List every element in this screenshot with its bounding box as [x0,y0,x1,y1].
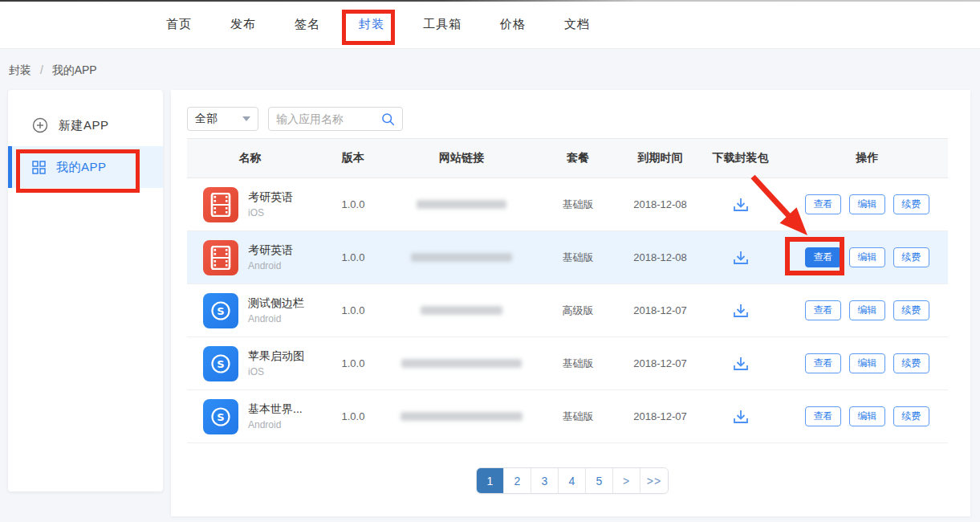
table-row: S 测试侧边栏 Android 1.0.0 高级版 2018-12-07 [187,284,948,337]
pagination: 1 2 3 4 5 > >> [476,467,669,494]
app-name: 考研英语 [248,190,293,205]
app-platform: Android [248,313,304,324]
app-name: 测试侧边栏 [248,296,304,311]
category-select-value: 全部 [195,112,218,126]
renew-button[interactable]: 续费 [893,247,929,267]
app-platform: iOS [248,207,293,218]
download-tray-icon[interactable] [732,355,750,373]
app-expiry-date: 2018-12-07 [626,357,694,369]
app-version: 1.0.0 [313,410,393,422]
nav-item-package[interactable]: 封装 [359,14,384,35]
s-browser-app-icon: S [203,293,238,328]
last-page-button[interactable]: >> [640,468,668,493]
sidebar-item-new-app[interactable]: 新建APP [8,104,163,146]
sidebar-item-new-app-label: 新建APP [59,118,109,133]
blurred-website-link [401,359,522,368]
table-row: 考研英语 iOS 1.0.0 基础版 2018-12-08 查看 编辑 续费 [187,178,948,231]
window-top-edge [0,0,980,2]
app-version: 1.0.0 [313,357,393,369]
edit-button[interactable]: 编辑 [849,406,885,426]
nav-item-package-label: 封装 [359,17,384,31]
table-row-highlighted: 考研英语 Android 1.0.0 基础版 2018-12-08 查看 编辑 … [187,231,948,284]
download-tray-icon[interactable] [732,196,750,214]
magnifier-icon[interactable] [381,112,395,126]
page-button-3[interactable]: 3 [531,468,559,493]
grid-icon [32,161,46,174]
app-name: 基本世界... [248,402,303,417]
breadcrumb: 封装 / 我的APP [9,63,97,78]
app-platform: Android [248,419,303,430]
category-select[interactable]: 全部 [187,107,258,131]
film-app-icon [203,240,238,275]
edit-button[interactable]: 编辑 [849,194,885,214]
app-package-plan: 基础版 [530,357,626,371]
download-tray-icon[interactable] [732,408,750,426]
breadcrumb-section[interactable]: 封装 [9,63,31,76]
app-expiry-date: 2018-12-07 [626,304,694,316]
view-button[interactable]: 查看 [805,353,841,373]
header-expiry: 到期时间 [626,151,694,165]
blurred-website-link [417,200,506,209]
breadcrumb-separator: / [40,63,43,76]
download-tray-icon[interactable] [732,302,750,320]
app-package-plan: 基础版 [530,198,626,212]
search-input[interactable] [276,112,371,125]
app-package-plan: 高级版 [530,304,626,318]
app-package-plan: 基础版 [530,251,626,265]
page-button-5[interactable]: 5 [586,468,613,493]
edit-button[interactable]: 编辑 [849,300,885,320]
nav-item-publish[interactable]: 发布 [230,14,256,35]
edit-button[interactable]: 编辑 [849,247,885,267]
renew-button[interactable]: 续费 [893,353,929,373]
blurred-website-link [401,412,523,421]
app-version: 1.0.0 [313,198,393,210]
app-expiry-date: 2018-12-08 [626,198,694,210]
nav-item-docs[interactable]: 文档 [564,14,590,35]
header-version: 版本 [313,151,393,165]
plus-circle-icon [32,117,48,133]
svg-text:S: S [217,411,224,423]
svg-text:S: S [217,358,224,370]
app-version: 1.0.0 [313,251,393,263]
sidebar-item-my-app[interactable]: 我的APP [8,146,163,188]
blurred-website-link [411,253,512,262]
nav-item-toolbox[interactable]: 工具箱 [423,14,462,35]
page-button-4[interactable]: 4 [559,468,586,493]
sidebar: 新建APP 我的APP [8,90,163,491]
main-panel: 全部 名称 版本 网站链接 套餐 到期时间 下载封装包 操作 [171,90,970,516]
active-tab-underline [356,41,388,43]
renew-button[interactable]: 续费 [893,406,929,426]
header-download: 下载封装包 [694,151,787,165]
app-version: 1.0.0 [313,304,393,316]
app-name: 考研英语 [248,243,293,258]
next-page-button[interactable]: > [613,468,640,493]
breadcrumb-current: 我的APP [52,63,97,76]
view-button[interactable]: 查看 [805,194,841,214]
page-button-2[interactable]: 2 [504,468,531,493]
app-expiry-date: 2018-12-07 [626,410,694,422]
table-row: S 基本世界... Android 1.0.0 基础版 2018-12-07 [187,390,948,443]
chevron-down-icon [242,116,250,121]
view-button[interactable]: 查看 [805,300,841,320]
s-browser-app-icon: S [203,399,238,434]
app-platform: iOS [248,366,304,377]
table-row: S 苹果启动图 iOS 1.0.0 基础版 2018-12-07 [187,337,948,390]
header-package: 套餐 [530,151,626,165]
top-navigation-bar: 首页 发布 签名 封装 工具箱 价格 文档 [0,0,980,49]
view-button-highlighted[interactable]: 查看 [805,247,841,267]
blurred-website-link [421,306,502,315]
download-tray-icon[interactable] [732,249,750,267]
s-browser-app-icon: S [203,346,238,381]
app-expiry-date: 2018-12-08 [626,251,694,263]
renew-button[interactable]: 续费 [893,300,929,320]
view-button[interactable]: 查看 [805,406,841,426]
edit-button[interactable]: 编辑 [849,353,885,373]
sidebar-item-my-app-label: 我的APP [56,160,107,175]
page-button-1[interactable]: 1 [477,468,504,493]
nav-item-home[interactable]: 首页 [166,14,192,35]
header-actions: 操作 [787,151,948,165]
renew-button[interactable]: 续费 [893,194,929,214]
nav-item-price[interactable]: 价格 [500,14,526,35]
nav-item-signature[interactable]: 签名 [295,14,320,35]
table-header-row: 名称 版本 网站链接 套餐 到期时间 下载封装包 操作 [187,138,948,178]
